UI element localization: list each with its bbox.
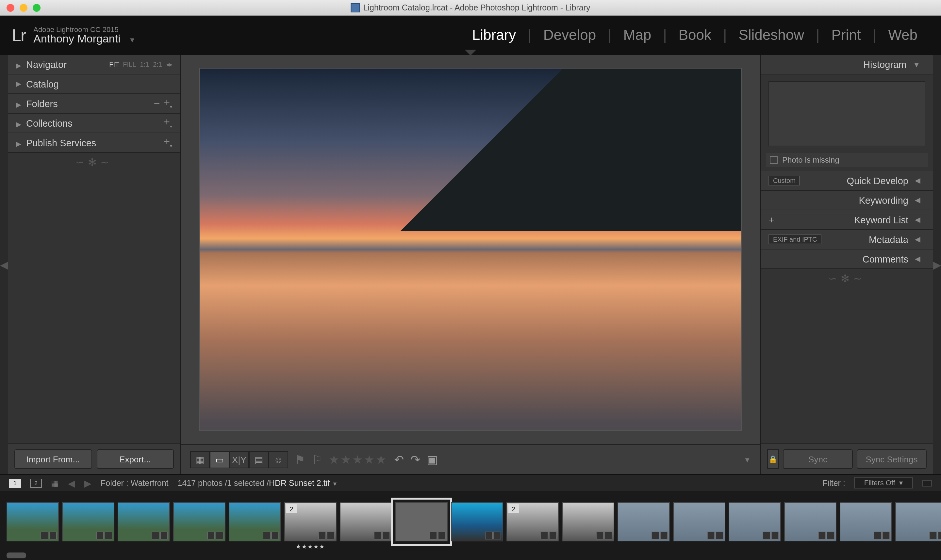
module-book[interactable]: Book: [667, 27, 723, 44]
module-library[interactable]: Library: [460, 27, 528, 44]
disclosure-triangle-icon[interactable]: [16, 80, 21, 88]
metadata-header[interactable]: EXIF and IPTC Metadata: [761, 230, 933, 249]
right-panel-collapse[interactable]: ▶: [933, 55, 941, 474]
rating-stars[interactable]: ★★★★★: [329, 452, 387, 467]
filmstrip-thumb[interactable]: [617, 502, 670, 542]
nav-back-icon[interactable]: ◀: [68, 478, 75, 488]
filmstrip-thumb[interactable]: [395, 502, 447, 542]
plus-dropdown-icon[interactable]: +▾: [164, 97, 173, 110]
missing-checkbox-icon[interactable]: [770, 156, 777, 164]
zoom-stepper-icon[interactable]: ◂▸: [166, 61, 173, 68]
rotate-cw-icon[interactable]: ↷: [410, 452, 420, 467]
toolbar-dropdown-icon[interactable]: ▼: [744, 455, 751, 463]
secondary-monitor-icon[interactable]: 2: [30, 478, 42, 488]
survey-view-icon[interactable]: ▤: [249, 451, 268, 468]
minus-icon[interactable]: −: [154, 98, 160, 109]
disclosure-triangle-icon[interactable]: [915, 215, 920, 224]
export-button[interactable]: Export...: [96, 449, 174, 469]
filmstrip-thumb[interactable]: [729, 502, 781, 542]
mac-titlebar: Lightroom Catalog.lrcat - Adobe Photosho…: [0, 0, 941, 16]
histogram-panel-header[interactable]: Histogram ▼: [761, 55, 933, 74]
maximize-window-button[interactable]: [33, 4, 40, 11]
zoom-2-1[interactable]: 2:1: [153, 61, 162, 68]
module-print[interactable]: Print: [819, 27, 873, 44]
filmstrip-thumb[interactable]: [62, 502, 114, 542]
left-panel-collapse[interactable]: ◀: [0, 55, 8, 474]
minimize-window-button[interactable]: [20, 4, 28, 11]
rotate-ccw-icon[interactable]: ↶: [394, 452, 404, 467]
filmstrip-scrollbar[interactable]: [0, 552, 941, 560]
catalog-panel-header[interactable]: Catalog: [8, 74, 180, 94]
disclosure-triangle-icon[interactable]: [915, 235, 920, 244]
plus-dropdown-icon[interactable]: +▾: [164, 136, 173, 149]
filmstrip-thumb[interactable]: [451, 502, 503, 542]
publish-panel-header[interactable]: Publish Services +▾: [8, 133, 180, 153]
folder-name: Waterfront: [131, 478, 168, 488]
folders-panel-header[interactable]: Folders −+▾: [8, 94, 180, 114]
module-web[interactable]: Web: [876, 27, 929, 44]
filmstrip-thumb[interactable]: [840, 502, 892, 542]
filmstrip-thumb[interactable]: [784, 502, 836, 542]
sync-lock-icon[interactable]: 🔒: [767, 449, 779, 469]
filmstrip-thumb[interactable]: [229, 502, 281, 542]
comments-header[interactable]: Comments: [761, 249, 933, 269]
module-develop[interactable]: Develop: [532, 27, 608, 44]
keywording-header[interactable]: Keywording: [761, 191, 933, 210]
keywording-label: Keywording: [859, 195, 908, 205]
source-path[interactable]: Folder : Waterfront: [101, 478, 168, 488]
filmstrip-thumb[interactable]: [118, 502, 170, 542]
navigator-panel-header[interactable]: Navigator FIT FILL 1:1 2:1 ◂▸: [8, 55, 180, 74]
metadata-preset-dropdown[interactable]: EXIF and IPTC: [768, 234, 822, 244]
quick-develop-header[interactable]: Custom Quick Develop: [761, 171, 933, 191]
zoom-1-1[interactable]: 1:1: [140, 61, 149, 68]
filmstrip[interactable]: 2★★★★★2: [0, 491, 941, 552]
plus-dropdown-icon[interactable]: +▾: [164, 117, 173, 130]
collections-panel-header[interactable]: Collections +▾: [8, 114, 180, 133]
impromptu-slideshow-icon[interactable]: ▣: [427, 452, 438, 467]
grid-view-icon[interactable]: ▦: [190, 451, 210, 468]
filmstrip-thumb[interactable]: [673, 502, 725, 542]
disclosure-triangle-icon[interactable]: ▼: [913, 60, 920, 68]
grid-shortcut-icon[interactable]: ▦: [51, 478, 59, 488]
zoom-fill[interactable]: FILL: [123, 61, 136, 68]
filter-toggle-switch[interactable]: [922, 480, 932, 486]
zoom-fit[interactable]: FIT: [109, 61, 119, 68]
filmstrip-thumb[interactable]: 2★★★★★: [284, 502, 336, 542]
compare-view-icon[interactable]: X|Y: [229, 451, 249, 468]
disclosure-triangle-icon[interactable]: [915, 255, 920, 263]
disclosure-triangle-icon[interactable]: [16, 100, 21, 108]
filmstrip-thumb[interactable]: [6, 502, 59, 542]
thumb-badges: [40, 532, 57, 539]
disclosure-triangle-icon[interactable]: [16, 120, 21, 128]
disclosure-triangle-icon[interactable]: [915, 196, 920, 205]
disclosure-triangle-icon[interactable]: [16, 61, 21, 69]
import-button[interactable]: Import From...: [14, 449, 92, 469]
filmstrip-thumb[interactable]: [173, 502, 225, 542]
keyword-list-header[interactable]: + Keyword List: [761, 210, 933, 230]
disclosure-triangle-icon[interactable]: [915, 176, 920, 185]
filter-dropdown[interactable]: Filters Off ▾: [855, 477, 913, 488]
filmstrip-thumb[interactable]: 2: [506, 502, 559, 542]
primary-monitor-icon[interactable]: 1: [9, 478, 21, 488]
filmstrip-thumb[interactable]: [562, 502, 614, 542]
thumb-badges: [429, 532, 446, 539]
main-photo[interactable]: [199, 68, 742, 431]
chevron-down-icon[interactable]: ▼: [129, 35, 136, 43]
flag-icon[interactable]: ⚑: [295, 452, 305, 467]
module-slideshow[interactable]: Slideshow: [727, 27, 816, 44]
qd-preset-dropdown[interactable]: Custom: [768, 176, 800, 185]
plus-icon[interactable]: +: [768, 214, 774, 225]
identity-plate[interactable]: Lr Adobe Lightroom CC 2015 Anthony Morga…: [12, 25, 136, 45]
disclosure-triangle-icon[interactable]: [16, 139, 21, 147]
reject-flag-icon[interactable]: ⚐: [312, 452, 322, 467]
module-map[interactable]: Map: [612, 27, 663, 44]
chevron-down-icon[interactable]: ▼: [332, 480, 338, 487]
close-window-button[interactable]: [6, 4, 14, 11]
nav-forward-icon[interactable]: ▶: [84, 478, 91, 488]
sync-button[interactable]: Sync: [783, 449, 853, 469]
filmstrip-thumb[interactable]: [340, 502, 392, 542]
loupe-view-icon[interactable]: ▭: [210, 451, 229, 468]
sync-settings-button[interactable]: Sync Settings: [857, 449, 927, 469]
filmstrip-thumb[interactable]: [895, 502, 941, 542]
people-view-icon[interactable]: ☺: [268, 451, 288, 468]
